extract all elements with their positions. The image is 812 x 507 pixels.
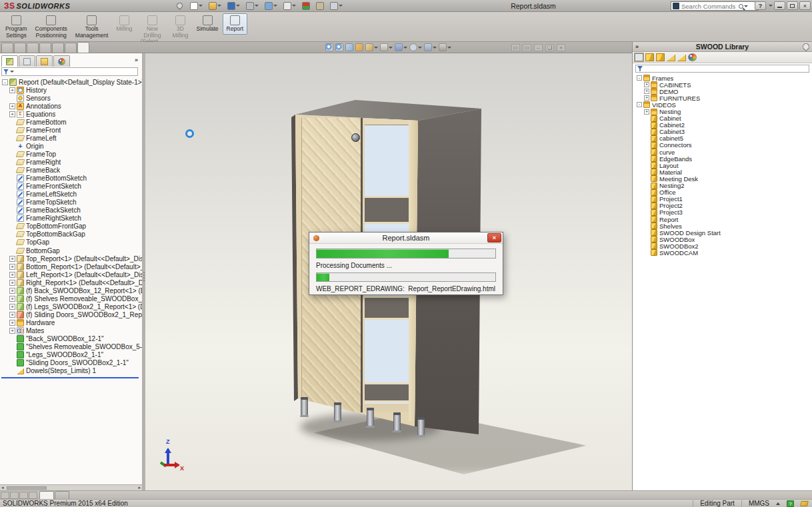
expand-toggle-icon[interactable]: -: [637, 75, 642, 81]
menu-insert[interactable]: [111, 5, 121, 7]
tree-item[interactable]: + History: [1, 86, 142, 94]
tree-item[interactable]: TopBottomBackGap: [1, 231, 142, 239]
tree-item[interactable]: "Shelves Removeable_SWOODBox_5-1": [1, 343, 142, 351]
scroll-thumb[interactable]: [7, 486, 47, 490]
zoom-fit-icon[interactable]: [325, 43, 333, 51]
tab-swood-design[interactable]: [65, 43, 77, 53]
tree-item[interactable]: + Mates: [1, 326, 142, 334]
tab-render-tools[interactable]: [52, 43, 64, 53]
library-tree-item[interactable]: + DEMO: [635, 88, 811, 95]
tree-item[interactable]: FrameBack: [1, 167, 142, 175]
tree-item[interactable]: + Equations: [1, 110, 142, 118]
zoom-area-icon[interactable]: [335, 43, 343, 51]
3d-milling-button[interactable]: 3D Milling: [168, 13, 192, 41]
report-button[interactable]: Report: [223, 13, 248, 35]
tab-evaluate[interactable]: [39, 43, 51, 53]
new-document-icon[interactable]: [188, 1, 205, 11]
sheet-tab-motion-study[interactable]: [55, 491, 69, 499]
tree-item[interactable]: + Right_Report<1> (Default<<Default>_Dis…: [1, 278, 142, 286]
view-orientation-icon[interactable]: [365, 43, 378, 51]
library-connectors-icon[interactable]: [667, 53, 675, 61]
library-tree-item[interactable]: SWOOD Design Start: [635, 229, 811, 236]
tree-item[interactable]: + (f) Sliding Doors_SWOODBox2_1_Report<1…: [1, 310, 142, 318]
library-tree-item[interactable]: Cabinet: [635, 115, 811, 122]
menu-enterprise-pdm[interactable]: [143, 5, 153, 7]
tree-item[interactable]: FrameBackSketch: [1, 207, 142, 215]
filter-entities-icon[interactable]: [345, 43, 353, 51]
display-manager-tab[interactable]: [53, 55, 70, 67]
library-tree-item[interactable]: SWOODBox: [635, 236, 811, 243]
search-icon[interactable]: [739, 4, 743, 9]
tree-item[interactable]: FrameLeftSketch: [1, 191, 142, 199]
save-icon[interactable]: [225, 1, 242, 11]
rebuild-icon[interactable]: [300, 1, 312, 11]
library-tree-item[interactable]: EdgeBands: [635, 155, 811, 162]
library-tree-item[interactable]: + FURNITURES: [635, 95, 811, 101]
tree-item[interactable]: FrameBottom: [1, 118, 142, 126]
dialog-close-button[interactable]: ×: [487, 233, 501, 243]
tree-item[interactable]: "Legs_SWOODBox2_1-1": [1, 351, 142, 359]
search-commands-box[interactable]: [671, 1, 759, 11]
expand-toggle-icon[interactable]: +: [9, 87, 15, 93]
menu-pin-icon[interactable]: [175, 1, 184, 10]
menu-view[interactable]: [101, 5, 110, 7]
library-tree-item[interactable]: + CABINETS: [635, 81, 811, 88]
print-icon[interactable]: [244, 1, 261, 11]
menu-help[interactable]: [165, 5, 174, 7]
menu-edit[interactable]: [90, 5, 99, 7]
tree-item[interactable]: Sensors: [1, 94, 142, 102]
expand-toggle-icon[interactable]: +: [9, 103, 15, 109]
library-panels-icon[interactable]: [645, 53, 654, 61]
milling-button[interactable]: Milling: [112, 13, 136, 35]
library-tree-item[interactable]: SWOODCAM: [635, 249, 811, 256]
configuration-manager-tab[interactable]: [36, 55, 53, 67]
tree-item[interactable]: FrameFrontSketch: [1, 183, 142, 191]
expand-toggle-icon[interactable]: +: [644, 82, 649, 87]
tree-item[interactable]: "Back_SWOODBox_12-1": [1, 335, 142, 343]
filter-dropdown-icon[interactable]: [10, 71, 14, 73]
menu-window[interactable]: [154, 5, 163, 7]
menu-photoview[interactable]: [133, 5, 142, 7]
library-tree-item[interactable]: Project1: [635, 196, 811, 203]
dialog-title-bar[interactable]: Report.sldasm ×: [309, 233, 503, 244]
section-view-icon[interactable]: [355, 43, 363, 51]
library-edgeband-icon[interactable]: [656, 53, 665, 61]
rollback-bar[interactable]: [1, 377, 139, 378]
search-input[interactable]: [681, 3, 739, 10]
expand-toggle-icon[interactable]: +: [9, 304, 15, 310]
search-dropdown-icon[interactable]: [744, 5, 748, 7]
tree-item[interactable]: TopGap: [1, 239, 142, 247]
tree-horizontal-scrollbar[interactable]: ◂ ▸: [0, 484, 142, 490]
library-tree-item[interactable]: + Nesting: [635, 108, 811, 115]
help-button[interactable]: ?: [755, 1, 766, 10]
tab-sketch[interactable]: [27, 43, 39, 53]
quick-tips-icon[interactable]: ?: [787, 500, 794, 507]
tree-item[interactable]: + Hardware: [1, 318, 142, 326]
open-icon[interactable]: [207, 1, 223, 11]
expand-toggle-icon[interactable]: +: [9, 312, 15, 318]
undo-icon[interactable]: [263, 1, 279, 11]
simulate-button[interactable]: Simulate: [193, 13, 223, 35]
select-icon[interactable]: [281, 1, 298, 11]
tree-item[interactable]: - Report (Default<Default_Display State-…: [1, 78, 142, 86]
library-tree-item[interactable]: curve: [635, 149, 811, 155]
library-tree-item[interactable]: Layout: [635, 162, 811, 169]
file-properties-icon[interactable]: [314, 1, 326, 11]
expand-toggle-icon[interactable]: -: [2, 79, 8, 85]
tree-item[interactable]: FrameTop: [1, 150, 142, 158]
library-tree-item[interactable]: Material: [635, 169, 811, 175]
expand-toggle-icon[interactable]: +: [9, 264, 15, 270]
doc-tile-icon[interactable]: ▭: [523, 44, 531, 51]
expand-toggle-icon[interactable]: +: [644, 95, 649, 101]
library-tree-item[interactable]: Office: [635, 189, 811, 196]
expand-toggle-icon[interactable]: +: [9, 296, 15, 302]
library-tree-item[interactable]: - VIDEOS: [635, 101, 811, 108]
tree-filter-box[interactable]: [1, 67, 138, 76]
expand-toggle-icon[interactable]: +: [9, 288, 15, 294]
tree-item[interactable]: FrameTopSketch: [1, 199, 142, 207]
doc-restore-button[interactable]: ❏: [545, 44, 554, 51]
expand-toggle-icon[interactable]: +: [9, 111, 15, 117]
library-tree-item[interactable]: SWOODBox2: [635, 243, 811, 249]
expand-toggle-icon[interactable]: +: [9, 328, 15, 334]
close-button[interactable]: ×: [799, 1, 811, 10]
